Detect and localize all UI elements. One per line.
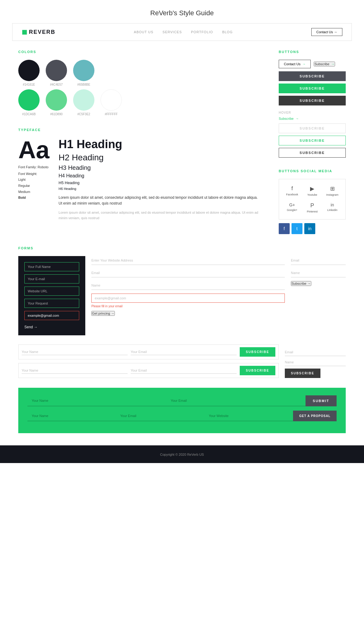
- h6-sample: H6 Heading: [58, 187, 260, 191]
- button-row-1: Contact Us → Subscribe →: [279, 60, 346, 68]
- nl-main-forms: SUBSCRIBE SUBSCRIBE: [18, 344, 279, 382]
- social-linkedin-btn[interactable]: in Linkedin: [323, 200, 342, 216]
- youtube-label: Youtube: [307, 193, 317, 196]
- fw-bold: Bold: [18, 195, 49, 201]
- dark-email-input[interactable]: [24, 274, 79, 283]
- navbar-contact-button[interactable]: Contact Us →: [311, 28, 342, 36]
- footer-text: Copyright © 2020 ReVerb US: [160, 453, 204, 456]
- nav-portfolio[interactable]: PORTFOLIO: [191, 30, 213, 34]
- type-sample: Aa Font Family: Roboto Font Weight: Ligh…: [18, 138, 49, 221]
- social-instagram-btn[interactable]: ⊞ Instagram: [323, 183, 342, 199]
- right-column: BUTTONS Contact Us → Subscribe → SUBSCRI…: [279, 50, 346, 234]
- h4-sample: H4 Heading: [58, 173, 260, 179]
- color-green3: #C5F3E2: [73, 89, 94, 116]
- color-swatch-dark3: [73, 60, 94, 81]
- get-proposal-button[interactable]: GET A PROPOSAL: [293, 411, 337, 421]
- page-title: ReVerb's Style Guide: [0, 0, 364, 23]
- nav-services[interactable]: SERVICES: [163, 30, 182, 34]
- typeface-inner: Aa Font Family: Roboto Font Weight: Ligh…: [18, 138, 260, 221]
- subscribe-text-button[interactable]: Subscribe →: [314, 62, 335, 66]
- navbar-contact-label: Contact Us →: [316, 30, 337, 34]
- hover-btn-2[interactable]: SUBSCRIBE: [279, 136, 346, 145]
- h2-sample: H2 Heading: [58, 153, 260, 162]
- color-green1: #1DCA6B: [18, 89, 40, 116]
- light-website-input[interactable]: [91, 256, 285, 265]
- subscribe-name-input[interactable]: [291, 269, 346, 277]
- google-label: Google+: [287, 209, 297, 212]
- buttons-section: BUTTONS Contact Us → Subscribe → SUBSCRI…: [279, 50, 346, 160]
- nl-email-2-input[interactable]: [131, 367, 237, 374]
- nav-blog[interactable]: BLOG: [222, 30, 233, 34]
- nl-email-1-input[interactable]: [131, 349, 237, 355]
- green-email-1-input[interactable]: [166, 395, 305, 406]
- social-pinterest-btn[interactable]: P Pinterest: [303, 200, 322, 216]
- hover-btn-3[interactable]: SUBSCRIBE: [279, 148, 346, 158]
- green-website-input[interactable]: [205, 411, 293, 421]
- h3-sample: H3 Heading: [58, 164, 260, 171]
- nav-about[interactable]: ABOUT US: [134, 30, 154, 34]
- green-banner-form: SUBMIT GET A PROPOSAL: [18, 388, 346, 433]
- colors-section: COLORS #14161E #4C4E57 #65B8BE: [18, 50, 260, 116]
- green-name-2-input[interactable]: [27, 411, 116, 421]
- google-icon: G+: [289, 202, 295, 207]
- navbar: ◼ REVERB ABOUT US SERVICES PORTFOLIO BLO…: [12, 23, 352, 41]
- color-swatch-dark2: [46, 60, 67, 81]
- light-email-error-input[interactable]: [91, 294, 285, 303]
- pinterest-icon: P: [310, 202, 314, 209]
- dark-email-error-input[interactable]: [24, 311, 79, 320]
- subscribe-form-button[interactable]: Subscribe →: [291, 281, 311, 286]
- light-email-input[interactable]: [91, 269, 285, 277]
- linkedin-label: Linkedin: [327, 209, 337, 212]
- side-email-input[interactable]: [285, 348, 346, 356]
- typeface-aa: Aa: [18, 138, 49, 162]
- forms-label: FORMS: [18, 246, 346, 250]
- social-google-btn[interactable]: G+ Google+: [283, 200, 302, 216]
- social-solid-row: f t in: [279, 223, 346, 234]
- send-button[interactable]: Send →: [24, 325, 37, 329]
- color-swatch-green3: [73, 89, 94, 111]
- light-name-input[interactable]: [91, 281, 285, 290]
- dark-colors-row: #14161E #4C4E57 #65B8BE: [18, 60, 260, 86]
- dark-request-input[interactable]: [24, 299, 79, 308]
- fw-medium: Medium: [18, 189, 49, 195]
- side-subscribe-button[interactable]: SUBSCRIBE: [285, 369, 320, 378]
- font-weights-list: Light Regular Medium Bold: [18, 177, 49, 201]
- solid-twitter-btn[interactable]: t: [292, 223, 302, 234]
- color-hex-dark1: #14161E: [18, 83, 40, 86]
- solid-facebook-btn[interactable]: f: [279, 223, 290, 234]
- subscribe-dark2-button[interactable]: SUBSCRIBE: [279, 96, 346, 105]
- subscribe-dark-button[interactable]: SUBSCRIBE: [279, 71, 346, 81]
- main-content: COLORS #14161E #4C4E57 #65B8BE: [0, 50, 364, 433]
- dark-form: Send →: [18, 256, 85, 335]
- dark-fullname-input[interactable]: [24, 262, 79, 271]
- get-pricing-button[interactable]: Get princing →: [91, 311, 115, 316]
- font-family-label: Font Family:: [18, 165, 37, 169]
- hover-subscribe-link[interactable]: Subscribe →: [279, 117, 346, 120]
- green-row-2: GET A PROPOSAL: [27, 411, 337, 421]
- subscribe-email-input[interactable]: [291, 256, 346, 265]
- nl-name-2-input[interactable]: [22, 367, 128, 374]
- nl-subscribe-green-1[interactable]: SUBSCRIBE: [240, 347, 275, 357]
- side-subscribe-form: SUBSCRIBE: [285, 348, 346, 378]
- social-youtube-btn[interactable]: ▶ Youtube: [303, 183, 322, 199]
- buttons-label: BUTTONS: [279, 50, 346, 54]
- green-email-2-input[interactable]: [116, 411, 205, 421]
- newsletter-section: SUBSCRIBE SUBSCRIBE SUBSCRIBE: [18, 344, 346, 382]
- subscribe-green-button[interactable]: SUBSCRIBE: [279, 84, 346, 93]
- social-facebook-btn[interactable]: f Facebook: [283, 183, 302, 199]
- fw-regular: Regular: [18, 183, 49, 189]
- two-col-layout: COLORS #14161E #4C4E57 #65B8BE: [18, 50, 346, 234]
- hover-btn-1[interactable]: SUBSCRIBE: [279, 123, 346, 133]
- light-colors-row: #1DCA6B #61D890 #C5F3E2 #FFFFFF: [18, 89, 260, 116]
- h5-sample: H5 Heading: [58, 180, 260, 185]
- solid-linkedin-btn[interactable]: in: [304, 223, 315, 234]
- side-name-input[interactable]: [285, 358, 346, 366]
- left-column: COLORS #14161E #4C4E57 #65B8BE: [18, 50, 260, 234]
- dark-website-input[interactable]: [24, 287, 79, 296]
- nl-name-1-input[interactable]: [22, 349, 128, 355]
- green-name-1-input[interactable]: [27, 395, 166, 406]
- submit-button[interactable]: SUBMIT: [306, 395, 337, 406]
- social-buttons-label: BUTTONS SOCIAL MEDIA: [279, 169, 346, 173]
- contact-us-button[interactable]: Contact Us →: [279, 60, 311, 68]
- nl-subscribe-green-2[interactable]: SUBSCRIBE: [240, 366, 275, 375]
